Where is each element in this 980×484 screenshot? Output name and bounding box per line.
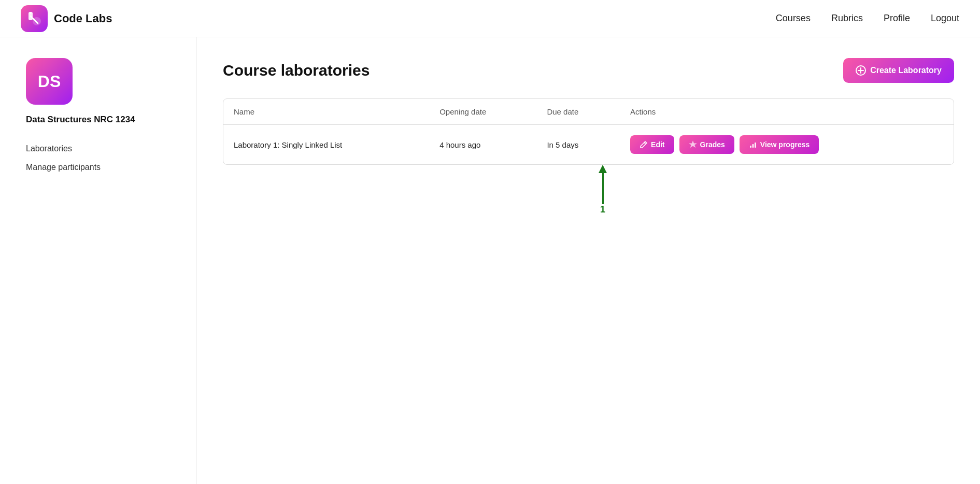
course-name: Data Structures NRC 1234 <box>26 114 161 125</box>
arrow-head <box>599 165 607 173</box>
plus-circle-icon <box>856 65 866 76</box>
arrow-line <box>602 173 604 204</box>
nav-profile[interactable]: Profile <box>884 13 910 24</box>
laboratories-table-container: Name Opening date Due date Actions Labor… <box>223 98 954 165</box>
nav-courses[interactable]: Courses <box>776 13 811 24</box>
main-content: Course laboratories Create Laboratory Na… <box>197 37 980 484</box>
avatar: DS <box>26 58 73 105</box>
logo-text: Code Labs <box>54 12 112 25</box>
svg-rect-9 <box>752 144 754 148</box>
lab-due-date: In 5 days <box>536 125 620 165</box>
table-body: Laboratory 1: Singly Linked List 4 hours… <box>223 125 954 165</box>
page-title: Course laboratories <box>223 62 370 79</box>
lab-opening-date: 4 hours ago <box>429 125 536 165</box>
table-header: Name Opening date Due date Actions <box>223 99 954 125</box>
annotation-arrow <box>599 165 607 204</box>
header-nav: Courses Rubrics Profile Logout <box>776 13 959 24</box>
lab-actions: Edit Grades <box>620 125 954 165</box>
nav-logout[interactable]: Logout <box>931 13 959 24</box>
main-header: Course laboratories Create Laboratory <box>223 58 954 83</box>
laboratories-table: Name Opening date Due date Actions Labor… <box>223 99 954 164</box>
edit-button[interactable]: Edit <box>630 135 674 154</box>
col-due-date: Due date <box>536 99 620 125</box>
nav-rubrics[interactable]: Rubrics <box>831 13 863 24</box>
actions-cell: Edit Grades <box>630 135 943 154</box>
header: Code Labs Courses Rubrics Profile Logout <box>0 0 980 37</box>
col-opening-date: Opening date <box>429 99 536 125</box>
logo-icon <box>21 5 48 32</box>
svg-rect-8 <box>750 146 751 148</box>
sidebar: DS Data Structures NRC 1234 Laboratories… <box>0 37 197 484</box>
svg-point-3 <box>30 12 32 14</box>
table-row: Laboratory 1: Singly Linked List 4 hours… <box>223 125 954 165</box>
grades-button[interactable]: Grades <box>679 135 734 154</box>
sidebar-item-manage-participants[interactable]: Manage participants <box>26 160 181 175</box>
lab-name: Laboratory 1: Singly Linked List <box>223 125 429 165</box>
col-actions: Actions <box>620 99 954 125</box>
edit-icon <box>640 140 648 149</box>
svg-point-1 <box>33 18 40 25</box>
annotation: 1 <box>223 165 954 215</box>
progress-icon <box>749 140 757 149</box>
logo: Code Labs <box>21 5 112 32</box>
sidebar-item-laboratories[interactable]: Laboratories <box>26 141 181 156</box>
svg-line-7 <box>644 143 646 144</box>
layout: DS Data Structures NRC 1234 Laboratories… <box>0 37 980 484</box>
create-laboratory-button[interactable]: Create Laboratory <box>843 58 954 83</box>
annotation-number: 1 <box>600 204 605 215</box>
grades-icon <box>689 140 697 149</box>
sidebar-nav: Laboratories Manage participants <box>26 141 181 175</box>
svg-rect-10 <box>755 143 756 148</box>
col-name: Name <box>223 99 429 125</box>
view-progress-button[interactable]: View progress <box>740 135 819 154</box>
